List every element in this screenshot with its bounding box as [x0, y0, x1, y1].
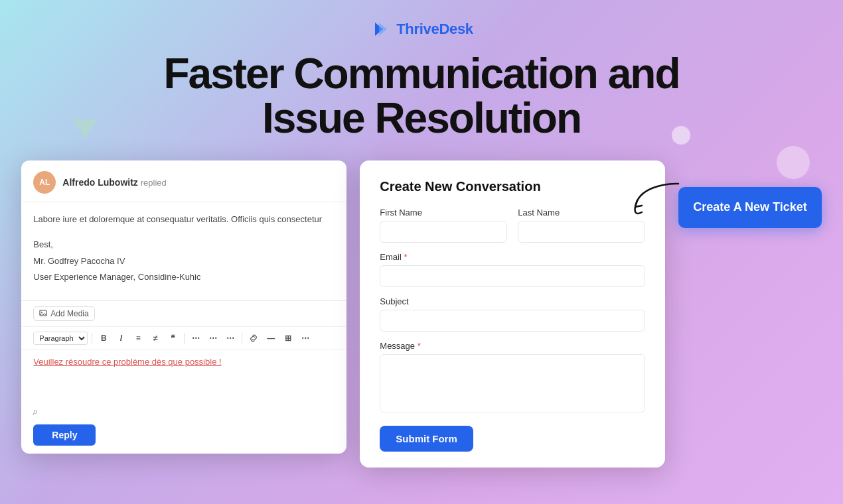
editor-content[interactable]: Veuillez résoudre ce problème dès que po… [21, 350, 346, 403]
hero-section: Faster Communication and Issue Resolutio… [0, 52, 843, 141]
svg-point-1 [41, 312, 42, 313]
subject-input[interactable] [380, 310, 645, 332]
toolbar-divider-3 [242, 333, 242, 344]
message-input[interactable] [380, 354, 645, 412]
toolbar-divider-1 [92, 333, 92, 344]
thrivedesk-logo-icon [370, 19, 391, 40]
user-name: Alfredo Lubowitz [62, 177, 140, 188]
subject-label: Subject [380, 296, 645, 306]
editor-typed-text: Veuillez résoudre ce problème dès que po… [33, 357, 221, 367]
submit-button[interactable]: Submit Form [380, 426, 473, 452]
create-ticket-area: Create A New Ticket [678, 160, 821, 228]
last-name-label: Last Name [518, 208, 645, 218]
email-label: Email * [380, 252, 645, 262]
align-center-button[interactable]: ⋯ [206, 331, 220, 346]
more-button[interactable]: ⋯ [298, 331, 313, 346]
link-icon [249, 334, 258, 343]
add-media-icon [39, 310, 47, 318]
add-media-button[interactable]: Add Media [33, 306, 94, 321]
hr-button[interactable]: ― [264, 331, 278, 346]
ordered-list-button[interactable]: ≡ [131, 331, 145, 346]
conversation-signature: Best, Mr. Godfrey Pacocha IV User Experi… [33, 237, 335, 284]
editor-toolbar: Paragraph B I ≡ ≠ ❝ ⋯ ⋯ ⋯ [21, 327, 346, 350]
header: ThriveDesk [0, 0, 843, 40]
message-label: Message * [380, 341, 645, 351]
toolbar-divider-2 [184, 333, 185, 344]
table-button[interactable]: ⊞ [281, 331, 295, 346]
conversation-body: Labore iure et doloremque at consequatur… [21, 202, 346, 295]
last-name-input[interactable] [518, 221, 645, 243]
editor-area: Add Media Paragraph B I ≡ ≠ ❝ ⋯ ⋯ ⋯ [21, 300, 346, 419]
align-left-button[interactable]: ⋯ [189, 331, 203, 346]
email-input[interactable] [380, 265, 645, 287]
italic-button[interactable]: I [114, 331, 128, 346]
replied-label: replied [141, 178, 167, 188]
paragraph-tag: p [21, 403, 346, 419]
email-group: Email * [380, 252, 645, 287]
conversation-panel: AL Alfredo Lubowitz replied Labore iure … [21, 160, 346, 454]
unordered-list-button[interactable]: ≠ [148, 331, 163, 346]
create-new-ticket-button[interactable]: Create A New Ticket [678, 187, 821, 228]
form-and-button-area: Create New Conversation First Name Last … [360, 160, 821, 468]
logo-text: ThriveDesk [396, 21, 473, 38]
bold-button[interactable]: B [96, 331, 111, 346]
message-group: Message * [380, 341, 645, 412]
first-name-group: First Name [380, 208, 507, 243]
first-name-label: First Name [380, 208, 507, 218]
conversation-header: AL Alfredo Lubowitz replied [21, 160, 346, 202]
subject-group: Subject [380, 296, 645, 332]
conversation-message: Labore iure et doloremque at consequatur… [33, 213, 335, 226]
form-title: Create New Conversation [380, 179, 645, 194]
first-name-input[interactable] [380, 221, 507, 243]
content-area: AL Alfredo Lubowitz replied Labore iure … [0, 160, 843, 468]
link-button[interactable] [246, 331, 261, 346]
align-right-button[interactable]: ⋯ [223, 331, 238, 346]
form-row-name: First Name Last Name [380, 208, 645, 243]
last-name-group: Last Name [518, 208, 645, 243]
blockquote-button[interactable]: ❝ [165, 331, 180, 346]
form-panel: Create New Conversation First Name Last … [360, 160, 665, 468]
hero-title: Faster Communication and Issue Resolutio… [27, 52, 816, 141]
reply-button[interactable]: Reply [33, 424, 96, 446]
paragraph-select[interactable]: Paragraph [33, 332, 88, 345]
editor-toolbar-top: Add Media [21, 301, 346, 327]
avatar: AL [33, 171, 56, 194]
arrow-decoration [632, 180, 682, 217]
